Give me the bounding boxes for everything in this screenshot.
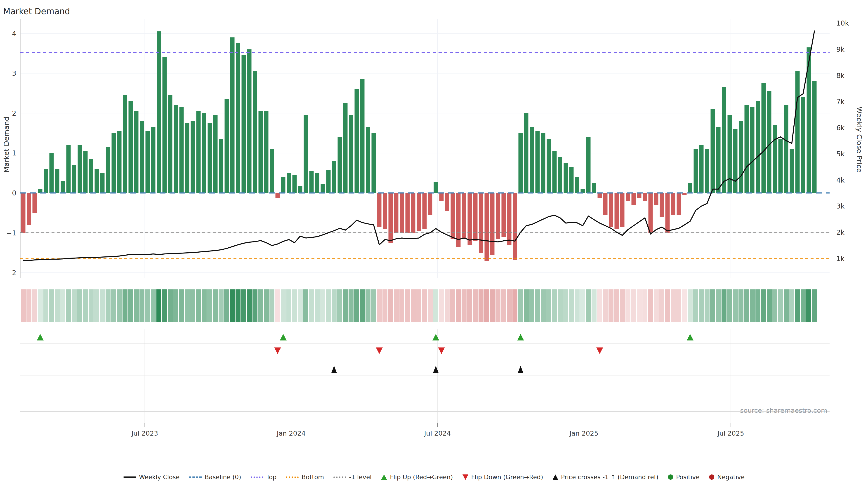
demand-bar-negative bbox=[417, 193, 421, 231]
demand-bar-positive bbox=[773, 125, 777, 193]
left-axis-tick-label: −1 bbox=[6, 229, 16, 237]
positive-dot-icon bbox=[668, 475, 673, 480]
heatmap-cell-positive bbox=[77, 289, 82, 322]
heatmap-cell-positive bbox=[252, 289, 257, 322]
heatmap-cell-negative bbox=[275, 289, 280, 322]
demand-bar-negative bbox=[479, 193, 483, 253]
price-cross-triangle-icon bbox=[553, 475, 558, 480]
legend-item: Baseline (0) bbox=[189, 474, 241, 481]
demand-bar-positive bbox=[264, 111, 269, 193]
heatmap-cell-positive bbox=[258, 289, 263, 322]
demand-bar-positive bbox=[129, 101, 133, 193]
heatmap-cell-positive bbox=[524, 289, 529, 322]
demand-bar-positive bbox=[292, 175, 297, 193]
heatmap-cell-positive bbox=[241, 289, 246, 322]
demand-bar-positive bbox=[84, 151, 88, 193]
demand-bar-negative bbox=[468, 193, 472, 245]
demand-bar-negative bbox=[682, 193, 687, 195]
demand-bar-positive bbox=[762, 83, 766, 193]
legend-item: Negative bbox=[709, 474, 745, 481]
legend-label: Bottom bbox=[302, 474, 324, 481]
demand-bar-positive bbox=[694, 149, 698, 193]
heatmap-cell-positive bbox=[179, 289, 184, 322]
demand-bar-positive bbox=[750, 107, 754, 193]
demand-bar-negative bbox=[654, 193, 658, 205]
legend-item: Flip Up (Red→Green) bbox=[381, 474, 453, 481]
heatmap-cell-negative bbox=[507, 289, 512, 322]
heatmap-cell-positive bbox=[230, 289, 235, 322]
demand-bar-positive bbox=[586, 137, 591, 193]
heatmap-cell-negative bbox=[484, 289, 489, 322]
negative-dot-icon bbox=[709, 475, 714, 480]
heatmap-cell-negative bbox=[513, 289, 518, 322]
legend-item: Price crosses -1 ↑ (Demand ref) bbox=[553, 474, 658, 481]
heatmap-cell-positive bbox=[592, 289, 596, 322]
heatmap-cell-positive bbox=[688, 289, 692, 322]
heatmap-cell-positive bbox=[117, 289, 122, 322]
demand-bars bbox=[21, 31, 817, 261]
legend-label: Baseline (0) bbox=[205, 474, 241, 481]
heatmap-cell-positive bbox=[332, 289, 337, 322]
left-axis-tick-label: 2 bbox=[12, 109, 16, 117]
demand-bar-positive bbox=[366, 127, 370, 193]
x-axis-tick-label: Jan 2024 bbox=[276, 429, 306, 437]
heatmap-cell-positive bbox=[733, 289, 738, 322]
left-axis-tick-label: 0 bbox=[12, 189, 16, 197]
demand-bar-positive bbox=[123, 95, 127, 193]
demand-bar-negative bbox=[276, 193, 280, 198]
demand-bar-negative bbox=[445, 193, 450, 211]
demand-bar-positive bbox=[196, 111, 201, 193]
heatmap-cell-positive bbox=[778, 289, 783, 322]
demand-bar-negative bbox=[603, 193, 608, 215]
heatmap-cell-positive bbox=[343, 289, 348, 322]
heatmap-cell-positive bbox=[580, 289, 585, 322]
heatmap-cell-positive bbox=[38, 289, 43, 322]
demand-bar-positive bbox=[151, 127, 156, 193]
demand-bar-positive bbox=[213, 115, 218, 193]
heatmap-cell-negative bbox=[478, 289, 484, 322]
demand-bar-negative bbox=[637, 193, 642, 198]
heatmap-cell-negative bbox=[462, 289, 467, 322]
heatmap-cell-negative bbox=[643, 289, 647, 322]
demand-bar-negative bbox=[405, 193, 410, 233]
heatmap-cell-positive bbox=[309, 289, 314, 322]
demand-bar-positive bbox=[360, 79, 365, 193]
heatmap-cell-positive bbox=[767, 289, 772, 322]
heatmap-cell-negative bbox=[388, 289, 393, 322]
flip-down-marker bbox=[438, 348, 445, 354]
heatmap-cell-positive bbox=[145, 289, 150, 322]
demand-bar-negative bbox=[423, 193, 427, 229]
heatmap-cell-positive bbox=[552, 289, 557, 322]
flip-up-triangle-icon bbox=[381, 475, 387, 480]
demand-bar-positive bbox=[739, 121, 743, 193]
demand-bar-negative bbox=[620, 193, 625, 227]
demand-bar-positive bbox=[100, 173, 105, 193]
flip-down-marker bbox=[376, 348, 383, 354]
heatmap-cell-positive bbox=[151, 289, 156, 322]
legend-item: Bottom bbox=[286, 474, 324, 481]
demand-bar-negative bbox=[631, 193, 636, 205]
legend-label: Negative bbox=[717, 474, 745, 481]
heatmap-cell-positive bbox=[586, 289, 591, 322]
legend-label: Flip Down (Green→Red) bbox=[471, 474, 543, 481]
heatmap-cell-positive bbox=[134, 289, 139, 322]
legend-label: Price crosses -1 ↑ (Demand ref) bbox=[561, 474, 658, 481]
flip-up-marker bbox=[432, 334, 439, 340]
demand-bar-positive bbox=[553, 151, 557, 193]
demand-bar-positive bbox=[558, 157, 562, 193]
heatmap-cell-positive bbox=[156, 289, 161, 322]
heatmap-cell-positive bbox=[264, 289, 269, 322]
demand-bar-positive bbox=[236, 43, 240, 193]
right-axis-tick-label: 8k bbox=[836, 72, 845, 79]
demand-bar-negative bbox=[27, 193, 31, 225]
demand-bar-negative bbox=[660, 193, 664, 217]
heatmap-cell-positive bbox=[298, 289, 303, 322]
heatmap-cell-positive bbox=[563, 289, 568, 322]
demand-bar-negative bbox=[502, 193, 506, 237]
heatmap-cell-positive bbox=[83, 289, 88, 322]
demand-bar-negative bbox=[389, 193, 393, 243]
demand-bar-positive bbox=[790, 149, 794, 193]
heatmap-cell-positive bbox=[89, 289, 94, 322]
bottom-dotted-line-icon bbox=[286, 477, 299, 478]
heatmap-cell-positive bbox=[541, 289, 546, 322]
